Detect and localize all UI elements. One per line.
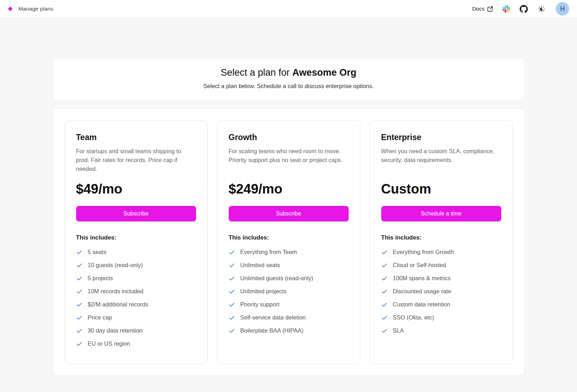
feature-list: Everything from Growth Cloud or Self-hos… <box>381 246 501 337</box>
feature-item: 10M records included <box>76 285 196 298</box>
check-icon <box>76 262 82 269</box>
topbar-actions: Docs <box>472 2 569 16</box>
diamond-logo-icon[interactable] <box>7 6 13 12</box>
feature-item: 5 projects <box>76 272 196 285</box>
plan-card-team: Team For startups and small teams shippi… <box>64 120 208 364</box>
topbar: Manage plans Docs <box>0 0 577 18</box>
feature-item: 100M spans & metrics <box>381 272 501 285</box>
plans-panel: Team For startups and small teams shippi… <box>53 109 525 376</box>
slack-icon[interactable] <box>503 5 510 13</box>
feature-item: Discounted usage rate <box>381 285 501 298</box>
plan-price: $249/mo <box>229 181 349 197</box>
github-icon[interactable] <box>520 5 528 13</box>
plan-description: When you need a custom SLA, compliance, … <box>381 147 501 174</box>
external-link-icon <box>487 6 493 12</box>
feature-item: Boilerplate BAA (HIPAA) <box>229 324 349 337</box>
feature-item: EU or US region <box>76 337 196 350</box>
check-icon <box>381 328 388 334</box>
check-icon <box>229 249 235 255</box>
topbar-left: Manage plans <box>7 6 53 12</box>
check-icon <box>76 249 82 255</box>
plan-name: Team <box>76 133 196 142</box>
check-icon <box>76 315 82 321</box>
check-icon <box>76 328 82 334</box>
feature-item: 30 day data retention <box>76 324 196 337</box>
plan-card-growth: Growth For scaling teams who need room t… <box>217 120 360 364</box>
includes-label: This includes: <box>381 234 501 241</box>
feature-item: Everything from Team <box>229 246 349 259</box>
feature-item: Unlimited seats <box>229 259 349 272</box>
check-icon <box>229 288 235 295</box>
subscribe-button-growth[interactable]: Subscribe <box>229 206 349 221</box>
check-icon <box>229 315 235 321</box>
feature-item: Priority support <box>229 298 349 311</box>
feature-item: Custom data retention <box>381 298 501 311</box>
plan-card-enterprise: Enterprise When you need a custom SLA, c… <box>370 120 513 364</box>
feature-list: 5 seats 10 guests (read-only) 5 projects… <box>76 246 196 350</box>
plan-select-header-panel: Select a plan for Awesome Org Select a p… <box>53 58 525 100</box>
check-icon <box>229 262 235 269</box>
feature-item: Unlimited projects <box>229 285 349 298</box>
check-icon <box>381 275 388 282</box>
check-icon <box>76 275 82 282</box>
check-icon <box>229 301 235 308</box>
includes-label: This includes: <box>76 234 196 241</box>
feature-item: Unlimited guests (read-only) <box>229 272 349 285</box>
feature-list: Everything from Team Unlimited seats Unl… <box>229 246 349 337</box>
plan-description: For startups and small teams shipping to… <box>76 147 196 174</box>
topbar-tick-divider <box>10 0 10 3</box>
page-heading: Manage plans <box>18 6 53 12</box>
page-subtitle: Select a plan below. Schedule a call to … <box>64 83 514 90</box>
check-icon <box>229 328 235 334</box>
check-icon <box>76 301 82 308</box>
page-title: Select a plan for Awesome Org <box>64 67 514 78</box>
subscribe-button-team[interactable]: Subscribe <box>76 206 196 221</box>
feature-item: Cloud or Self-hosted <box>381 259 501 272</box>
schedule-a-time-button[interactable]: Schedule a time <box>381 206 501 221</box>
main-content: Select a plan for Awesome Org Select a p… <box>53 58 525 376</box>
feature-item: 5 seats <box>76 246 196 259</box>
page-title-prefix: Select a plan for <box>221 67 292 78</box>
theme-toggle-icon[interactable] <box>537 5 545 13</box>
check-icon <box>381 301 388 308</box>
feature-item: 10 guests (read-only) <box>76 259 196 272</box>
feature-item: Everything from Growth <box>381 246 501 259</box>
docs-link[interactable]: Docs <box>472 6 493 12</box>
check-icon <box>229 275 235 282</box>
check-icon <box>381 249 388 255</box>
check-icon <box>381 288 388 295</box>
docs-link-label: Docs <box>472 6 485 12</box>
user-avatar[interactable]: H <box>556 2 569 16</box>
feature-item: $2/M additional records <box>76 298 196 311</box>
feature-item: Price cap <box>76 311 196 324</box>
plan-description: For scaling teams who need room to move.… <box>229 147 349 174</box>
includes-label: This includes: <box>229 234 349 241</box>
plan-price: Custom <box>381 181 501 197</box>
feature-item: SLA <box>381 324 501 337</box>
plan-name: Enterprise <box>381 133 501 142</box>
feature-item: Self-service data deletion <box>229 311 349 324</box>
plan-name: Growth <box>229 133 349 142</box>
org-name: Awesome Org <box>292 67 356 78</box>
check-icon <box>381 262 388 269</box>
check-icon <box>76 341 82 347</box>
plans-row: Team For startups and small teams shippi… <box>64 120 513 364</box>
feature-item: SSO (Okta, etc) <box>381 311 501 324</box>
check-icon <box>381 315 388 321</box>
check-icon <box>76 288 82 295</box>
plan-price: $49/mo <box>76 181 196 197</box>
